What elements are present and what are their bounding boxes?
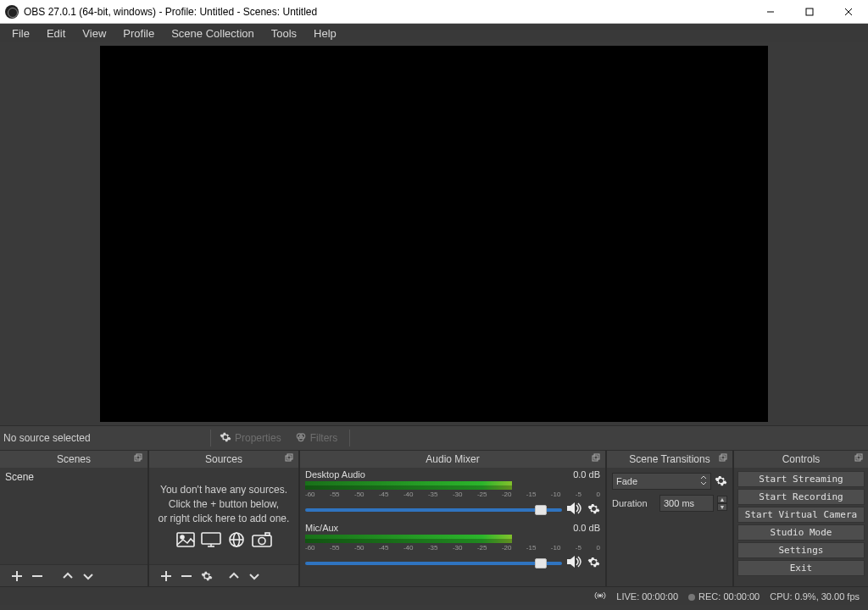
preview-canvas[interactable] — [100, 46, 768, 422]
sources-title-label: Sources — [205, 453, 242, 465]
remove-source-button[interactable] — [176, 566, 197, 586]
menu-scene-collection[interactable]: Scene Collection — [163, 25, 263, 42]
svg-rect-34 — [855, 456, 860, 461]
gear-icon — [220, 431, 231, 446]
speaker-icon[interactable] — [567, 502, 582, 518]
svg-rect-13 — [287, 454, 292, 459]
transitions-title-label: Scene Transitions — [629, 453, 709, 465]
status-rec: REC: 00:00:00 — [698, 591, 760, 602]
svg-rect-28 — [593, 456, 598, 461]
volume-meter — [305, 481, 600, 490]
add-scene-button[interactable] — [7, 566, 27, 586]
svg-marker-30 — [567, 502, 575, 514]
source-toolbar: No source selected Properties Filters — [0, 425, 868, 451]
svg-rect-7 — [135, 456, 140, 461]
volume-meter — [305, 535, 600, 543]
scenes-title-label: Scenes — [57, 453, 91, 465]
window-titlebar: OBS 27.0.1 (64-bit, windows) - Profile: … — [0, 0, 868, 24]
channel-level: 0.0 dB — [573, 523, 600, 533]
duration-value: 300 ms — [664, 498, 694, 508]
transition-select[interactable]: Fade — [612, 473, 711, 490]
filters-icon — [295, 431, 307, 446]
svg-marker-31 — [567, 556, 575, 568]
menu-view[interactable]: View — [74, 25, 114, 42]
svg-rect-35 — [857, 454, 862, 459]
svg-rect-12 — [286, 456, 291, 461]
volume-slider[interactable] — [305, 562, 562, 565]
move-scene-up-button[interactable] — [58, 566, 78, 586]
divider — [210, 430, 211, 446]
popout-icon[interactable] — [719, 453, 729, 463]
controls-title: Controls — [734, 451, 868, 468]
sources-list[interactable]: You don't have any sources. Click the + … — [149, 468, 298, 564]
duration-stepper[interactable]: ▲ ▼ — [717, 496, 727, 511]
preview-area — [0, 42, 868, 425]
mixer-body: Desktop Audio 0.0 dB -60-55-50-45-40-35-… — [300, 468, 605, 586]
gear-icon[interactable] — [587, 556, 600, 571]
controls-body: Start Streaming Start Recording Start Vi… — [734, 468, 868, 586]
menu-tools[interactable]: Tools — [263, 25, 305, 42]
meter-ticks: -60-55-50-45-40-35-30-25-20-15-10-50 — [305, 491, 600, 498]
scenes-list[interactable]: Scene — [0, 468, 147, 564]
menu-edit[interactable]: Edit — [38, 25, 74, 42]
mixer-channel: Mic/Aux 0.0 dB -60-55-50-45-40-35-30-25-… — [305, 523, 600, 571]
move-source-down-button[interactable] — [244, 566, 264, 586]
start-virtual-camera-button[interactable]: Start Virtual Camera — [737, 507, 865, 523]
move-source-up-button[interactable] — [224, 566, 244, 586]
menu-help[interactable]: Help — [305, 25, 345, 42]
scene-item[interactable]: Scene — [0, 468, 147, 486]
sources-toolbar — [149, 564, 298, 586]
svg-point-36 — [599, 594, 602, 596]
mixer-channel: Desktop Audio 0.0 dB -60-55-50-45-40-35-… — [305, 469, 600, 518]
gear-icon[interactable] — [587, 502, 600, 518]
menu-profile[interactable]: Profile — [114, 25, 163, 42]
popout-icon[interactable] — [285, 453, 295, 463]
remove-scene-button[interactable] — [27, 566, 47, 586]
channel-name: Mic/Aux — [305, 523, 338, 533]
controls-title-label: Controls — [782, 453, 821, 465]
browser-source-icon — [225, 530, 248, 549]
duration-input[interactable]: 300 ms — [659, 495, 714, 512]
status-bar: LIVE: 00:00:00 REC: 00:00:00 CPU: 0.9%, … — [0, 586, 868, 605]
volume-slider[interactable] — [305, 508, 562, 512]
add-source-button[interactable] — [156, 566, 176, 586]
broadcast-icon — [594, 591, 606, 602]
popout-icon[interactable] — [592, 453, 602, 463]
close-button[interactable] — [829, 0, 868, 24]
svg-rect-24 — [265, 533, 270, 535]
image-source-icon — [175, 530, 197, 549]
display-source-icon — [200, 530, 222, 549]
chevron-up-icon[interactable]: ▲ — [717, 496, 727, 503]
sources-dock: Sources You don't have any sources. Clic… — [149, 451, 300, 586]
transitions-dock: Scene Transitions Fade Duration 300 ms ▲… — [607, 451, 734, 586]
source-selection-status: No source selected — [0, 432, 210, 444]
studio-mode-button[interactable]: Studio Mode — [737, 524, 865, 541]
start-streaming-button[interactable]: Start Streaming — [737, 471, 865, 487]
exit-button[interactable]: Exit — [737, 560, 865, 576]
chevron-updown-icon — [700, 475, 707, 487]
scenes-dock: Scenes Scene — [0, 451, 149, 586]
svg-rect-16 — [202, 533, 220, 544]
filters-button[interactable]: Filters — [288, 428, 345, 448]
scenes-toolbar — [0, 564, 147, 586]
maximize-button[interactable] — [790, 0, 829, 24]
gear-icon[interactable] — [715, 474, 727, 489]
speaker-icon[interactable] — [567, 555, 582, 571]
source-settings-button[interactable] — [197, 566, 217, 586]
popout-icon[interactable] — [854, 453, 865, 463]
meter-ticks: -60-55-50-45-40-35-30-25-20-15-10-50 — [305, 544, 600, 552]
menu-file[interactable]: File — [3, 25, 38, 42]
settings-button[interactable]: Settings — [737, 542, 865, 558]
filters-label: Filters — [310, 432, 338, 444]
move-scene-down-button[interactable] — [78, 566, 98, 586]
start-recording-button[interactable]: Start Recording — [737, 489, 865, 505]
sources-empty-line1: You don't have any sources. — [154, 483, 293, 497]
chevron-down-icon[interactable]: ▼ — [717, 503, 727, 511]
minimize-button[interactable] — [751, 0, 790, 24]
svg-rect-8 — [136, 454, 142, 459]
docks-row: Scenes Scene Sources You don't have any … — [0, 451, 868, 586]
scenes-title: Scenes — [0, 451, 147, 468]
camera-source-icon — [251, 530, 273, 549]
popout-icon[interactable] — [134, 453, 144, 463]
properties-button[interactable]: Properties — [213, 428, 288, 448]
